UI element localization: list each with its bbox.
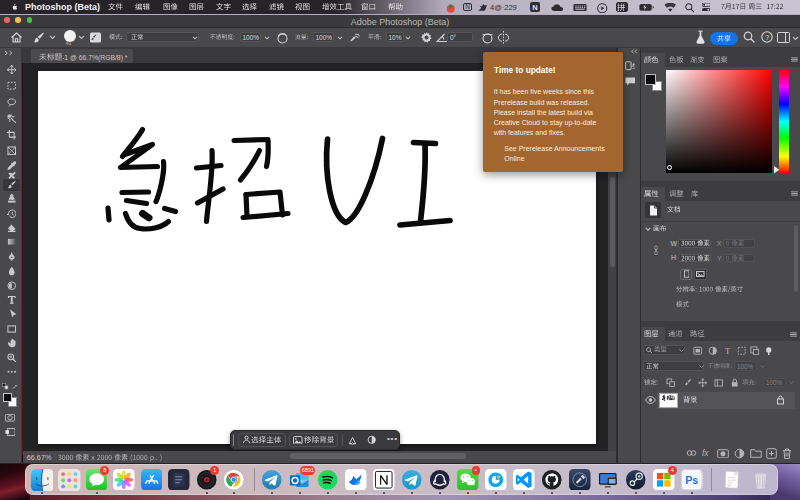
svg-text:?: ? <box>765 33 769 42</box>
svg-text:5: 5 <box>632 65 635 70</box>
svg-text:T: T <box>725 346 731 356</box>
svg-text:Ps: Ps <box>685 474 698 486</box>
